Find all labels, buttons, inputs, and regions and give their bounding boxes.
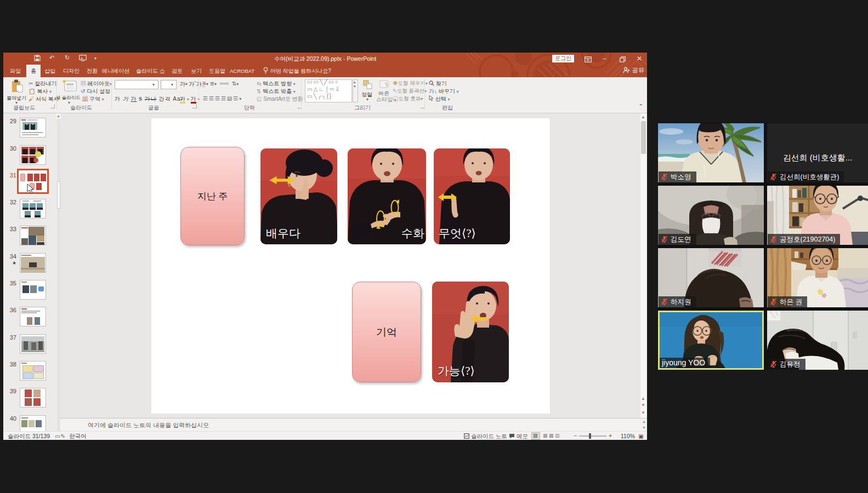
svg-text:가능⟨?⟩: 가능⟨?⟩ (438, 364, 475, 377)
svg-text:무엇⟨?⟩: 무엇⟨?⟩ (439, 227, 476, 240)
svg-text:수화: 수화 (401, 227, 424, 240)
svg-text:배우다: 배우다 (266, 227, 300, 240)
